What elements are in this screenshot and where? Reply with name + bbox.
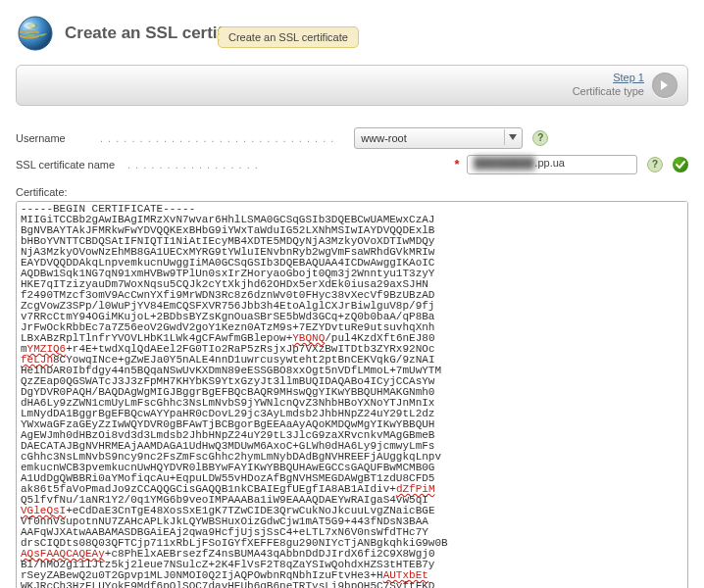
certificate-line: bHBoYVNTTCBDQSAtIFNIQTI1NiAtIEcyMB4XDTE5… [21, 236, 683, 247]
arrow-right-icon [658, 78, 672, 92]
certificate-line: rSeyZABewQ2u0T2Gpvp1MLJ0NMOI0Q2IjAQPOwbn… [21, 570, 683, 581]
step1-subtitle: Certificate type [573, 85, 644, 97]
row-username: Username . . . . . . . . . . . . . . . .… [16, 127, 688, 149]
certificate-line: f2490TMzcf3omV9AcCwnYXfi9MrWDN3Rc8z6dznW… [21, 290, 683, 301]
form-area: Username . . . . . . . . . . . . . . . .… [16, 127, 688, 589]
username-select[interactable]: www-root [354, 127, 523, 149]
certificate-line: YWxwaGFzaGEyZzIwWQYDVR0gBFAwTjBCBgorBgEE… [21, 419, 683, 430]
label-certificate: Certificate: [16, 186, 688, 198]
certificate-line: Vf0nnVsupotnNU7ZAHcAPLkJkLQYWBSHuxOizGdw… [21, 516, 683, 527]
certificate-line: DAECATAJBgNVHRMEAjAAMDAGA1UdHwQ3MDUwM6Ax… [21, 441, 683, 452]
svg-point-1 [24, 23, 35, 28]
globe-icon [16, 14, 55, 53]
certificate-line: AQDBw1Sqk1NG7qN91xmHVBw9TPlUn0sxIrZHorya… [21, 269, 683, 279]
label-certname: SSL certificate name [16, 159, 124, 171]
certname-suffix: .pp.ua [534, 157, 565, 169]
certificate-line: v7RRcCtmY94OGiMKujoL+2BDbsBYZsKgnOuaSBrS… [21, 312, 683, 322]
certificate-line: HKE7qITzizyauDm7WoxNqsu5CQJk2cYtXkjhd62O… [21, 279, 683, 290]
step1-link[interactable]: Step 1 [613, 72, 644, 83]
spellcheck-highlight: YBQNQ [292, 332, 325, 344]
next-step-button[interactable] [652, 73, 678, 98]
certificate-line: DgYDVR0PAQH/BAQDAgWgMIGJBggrBgEFBQcBAQR9… [21, 387, 683, 398]
spellcheck-highlight: feLJn [21, 354, 53, 366]
certificate-line: feLJn8CYowqINce+gZwEJa0Y5nALE4nnD1uwrcus… [21, 355, 683, 366]
required-marker: * [451, 157, 463, 172]
label-username: Username [16, 132, 96, 144]
certificate-line: NjA3MzkyOVowNzEhMB8GA1UECxMYRG9tYWluIENv… [21, 247, 683, 258]
certificate-line: emkucnWCB3pvemkucnUwHQYDVR0lBBYwFAYIKwYB… [21, 463, 683, 473]
spellcheck-highlight: dZfPiM [396, 483, 435, 495]
certificate-line: mYMZIQ6+r4E+twdXqlQdAEel2FG0TIo2RaP5zRsj… [21, 344, 683, 355]
certificate-line: JrFwOckRbbEc7a7Z56eoV2GwdV2goY1Kezn0ATzM… [21, 322, 683, 333]
step-indicator: Step 1 Certificate type [573, 72, 644, 99]
certificate-line: ZcgVowZ3SPp/l0WuPjYV84EmCQSFXVR756Jbb3h4… [21, 301, 683, 312]
certificate-line: EAYDVQQDDAkqLnpvemkucnUwggIiMA0GCSqGSIb3… [21, 258, 683, 269]
help-icon[interactable]: ? [532, 130, 548, 146]
spellcheck-highlight: VGleQsI [21, 505, 66, 516]
row-certname: SSL certificate name . . . . . . . . . .… [16, 155, 688, 174]
certificate-line: QzZEap0QGSWATcJ3J3zFpMH7KHYbKS9YtxGzyJt3… [21, 376, 683, 387]
certificate-line: MIIGiTCCBb2gAwIBAgIMRzXvN7wvar6HhlLSMA0G… [21, 215, 683, 225]
certificate-line: dHA6Ly9zZWN1cmUyLmFscGhhc3NsLmNvbS9jYWNl… [21, 398, 683, 409]
certificate-line: drsCIQDts08Q03QFTCjp711xRbLjFSoIGYfXEFFE… [21, 538, 683, 549]
certificate-line: ak86t5faVoPmadJo9zCCAQQGCisGAQQB1nkCBAIE… [21, 484, 683, 495]
certificate-line: AAFqWJXAtwAABAMASDBGAiEAj2qwa9HcfjUjsjSs… [21, 527, 683, 538]
certificate-line: Q5lfvfNu/1aNR1Y2/0q1YMG6b9veoIMPAAABa1iW… [21, 495, 683, 506]
certificate-line: VGleQsI+eCdDaE3CnTgE48XosSxE1gK7TZwCIDE3… [21, 506, 683, 516]
help-icon[interactable]: ? [647, 157, 663, 172]
certificate-line: A1UdDgQWBBRi0aYMofiqcAu+EqpuLDW55vHDozAf… [21, 473, 683, 484]
certificate-line: WKJRcCh3HzELUYokE9Mdf6pQlSOC7davHEUb6qB6… [21, 581, 683, 589]
dots-decor: . . . . . . . . . . . . . . . . . [127, 159, 447, 171]
certificate-line: BgNVBAYTAkJFMRkwFwYDVQQKExBHbG9iYWxTaWdu… [21, 225, 683, 236]
certificate-line: LmNydDA1BggrBgEFBQcwAYYpaHR0cDovL29jc3Ay… [21, 409, 683, 419]
certificate-line: AgEWJmh0dHBzOi8vd3d3Lmdsb2JhbHNpZ24uY29t… [21, 430, 683, 441]
certificate-line: LBxABzRplTlnfrYVOVLHbK1LWk4gCFAwfmGBlepo… [21, 333, 683, 344]
dots-decor: . . . . . . . . . . . . . . . . . . . . … [100, 132, 334, 144]
steps-bar: Step 1 Certificate type [16, 65, 688, 106]
certificate-line: cGhhc3NsLmNvbS9ncy9nc2FsZmFscGhhc2hymLmN… [21, 452, 683, 463]
certificate-line: -----BEGIN CERTIFICATE----- [21, 204, 683, 215]
certificate-line: HeihDAR0Ibfdgy44n5BQqaNSwUvKXDmN89eESSGB… [21, 366, 683, 376]
username-select-value: www-root [361, 132, 406, 144]
certificate-line: AQsFAAQCAQEAy+c8PhElxAEBrsezfZ4nsBUMA43q… [21, 549, 683, 560]
certname-input[interactable]: ████████.pp.ua [467, 155, 637, 174]
check-ok-icon [673, 157, 688, 172]
spellcheck-highlight: AUTxbEt [383, 569, 428, 581]
certificate-textarea[interactable]: -----BEGIN CERTIFICATE-----MIIGiTCCBb2gA… [16, 201, 688, 589]
title-tooltip: Create an SSL certificate [218, 26, 359, 48]
certificate-line: Bl/hMO2gi1lJtz5kj2leue7NSulcZ+2K4FlVsF2T… [21, 560, 683, 570]
chevron-down-icon [504, 129, 521, 145]
spellcheck-highlight: AQsFAAQCAQEAy [21, 548, 105, 560]
